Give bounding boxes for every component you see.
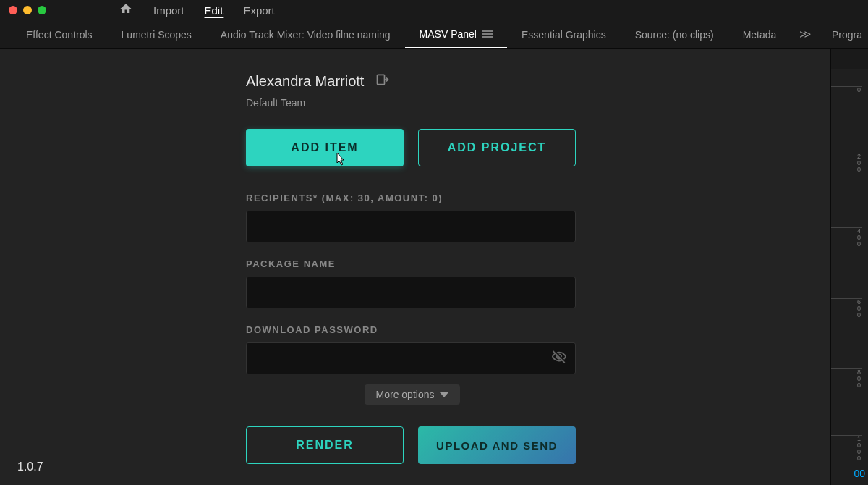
top-menu: Import Edit Export (119, 2, 275, 18)
add-item-button[interactable]: ADD ITEM (246, 129, 404, 166)
tab-effect-controls[interactable]: Effect Controls (12, 20, 107, 48)
timecode-display: 00 (854, 468, 865, 479)
svg-rect-3 (378, 75, 385, 84)
ruler-header (831, 49, 868, 69)
package-name-label: PACKAGE NAME (246, 258, 579, 269)
toggle-password-visibility-icon[interactable] (551, 349, 567, 368)
tab-lumetri-scopes[interactable]: Lumetri Scopes (107, 20, 206, 48)
home-icon[interactable] (119, 2, 133, 18)
tab-metadata[interactable]: Metada (728, 20, 791, 48)
panel-menu-icon[interactable] (482, 28, 493, 40)
upload-and-send-button[interactable]: UPLOAD AND SEND (418, 426, 576, 464)
tab-essential-graphics[interactable]: Essential Graphics (507, 20, 621, 48)
ruler-ticks[interactable]: 0 2 0 0 4 0 0 6 0 0 8 0 0 1 0 0 0 (831, 69, 868, 485)
tab-source[interactable]: Source: (no clips) (621, 20, 728, 48)
window-controls (9, 6, 46, 14)
download-password-label: DOWNLOAD PASSWORD (246, 324, 579, 335)
add-project-button[interactable]: ADD PROJECT (418, 129, 576, 166)
logout-icon[interactable] (375, 72, 390, 90)
minimize-window-button[interactable] (23, 6, 32, 14)
tab-audio-track-mixer[interactable]: Audio Track Mixer: Video filne naming (206, 20, 405, 48)
tab-program[interactable]: Progra (817, 20, 862, 48)
tab-masv-panel[interactable]: MASV Panel (405, 20, 507, 48)
titlebar: Import Edit Export (0, 0, 868, 20)
maximize-window-button[interactable] (38, 6, 46, 14)
render-button[interactable]: RENDER (246, 426, 404, 464)
menu-import[interactable]: Import (153, 4, 184, 17)
menu-edit[interactable]: Edit (205, 4, 224, 17)
panel-tabs: Effect Controls Lumetri Scopes Audio Tra… (0, 20, 868, 49)
download-password-input[interactable] (246, 342, 576, 374)
masv-panel-body: Alexandra Marriott Default Team ADD ITEM… (0, 49, 830, 485)
version-label: 1.0.7 (17, 460, 43, 473)
recipients-input[interactable] (246, 211, 576, 242)
menu-export[interactable]: Export (243, 4, 274, 17)
team-label: Default Team (246, 97, 579, 109)
recipients-label: RECIPIENTS* (MAX: 30, AMOUNT: 0) (246, 193, 579, 203)
package-name-input[interactable] (246, 277, 576, 308)
username-label: Alexandra Marriott (246, 73, 364, 90)
timeline-ruler: 0 2 0 0 4 0 0 6 0 0 8 0 0 1 0 0 0 00 (830, 49, 868, 485)
tabs-overflow-icon[interactable]: >> (799, 28, 809, 41)
chevron-down-icon (440, 392, 448, 397)
close-window-button[interactable] (9, 6, 17, 14)
more-options-toggle[interactable]: More options (365, 384, 461, 405)
